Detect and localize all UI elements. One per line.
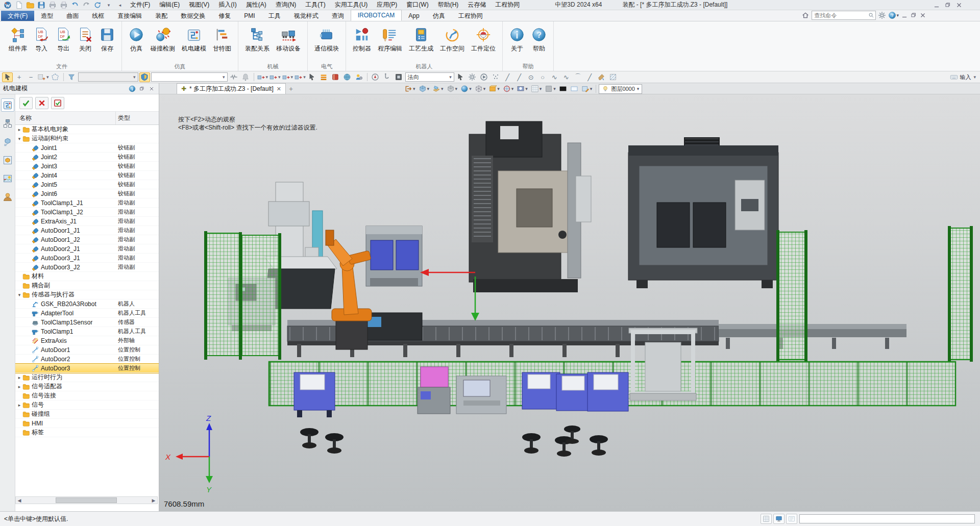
help-icon[interactable]: ▾	[888, 11, 899, 19]
panel-close-icon[interactable]	[148, 85, 156, 93]
tree-row[interactable]: AutoDoor3_J2滑动副	[15, 263, 159, 272]
shade-mode[interactable]: ▾	[459, 84, 473, 94]
menu-item-10[interactable]: 帮助(H)	[433, 0, 463, 10]
ribbon-button-机电建模[interactable]: 机电建模	[179, 23, 209, 53]
tree-row[interactable]: 信号连接	[15, 391, 159, 400]
document-tab-close-icon[interactable]: ✕	[277, 86, 281, 92]
minimize-button[interactable]	[931, 1, 942, 9]
tab-曲面[interactable]: 曲面	[60, 11, 85, 21]
gear-icon[interactable]	[878, 11, 886, 19]
normal-combo[interactable]: 法向▾	[405, 72, 454, 82]
grid-toggle-button[interactable]	[761, 514, 772, 524]
tab-工程协同[interactable]: 工程协同	[452, 11, 489, 21]
tree-row[interactable]: AutoDoor2位置控制	[15, 355, 159, 364]
tree-row[interactable]: ToolClamp1_J2滑动副	[15, 208, 159, 217]
ribbon-button-仿真[interactable]: 仿真	[126, 23, 146, 53]
new-document-tab-button[interactable]: ＋	[286, 84, 296, 94]
spline-tool[interactable]: ∿	[549, 72, 560, 82]
ribbon-button-控制器[interactable]: 控制器	[350, 23, 374, 53]
settings-tool[interactable]	[467, 72, 478, 82]
tree-row[interactable]: ExtraAxis_J1滑动副	[15, 217, 159, 226]
expander-icon[interactable]: ▾	[16, 292, 22, 297]
command-input-toggle[interactable]: 输入 ▾	[950, 72, 976, 82]
column-type[interactable]: 类型	[116, 114, 159, 122]
expander-icon[interactable]: ▸	[16, 127, 22, 132]
save-file[interactable]	[36, 1, 46, 10]
drag-component[interactable]	[307, 72, 317, 82]
pick-secondary[interactable]	[455, 72, 466, 82]
ribbon-button-关于[interactable]: 关于	[507, 23, 527, 53]
ribbon-button-装配关系[interactable]: 装配关系	[242, 23, 272, 53]
context-toggle[interactable]	[139, 72, 150, 82]
expander-icon[interactable]: ▸	[16, 384, 22, 389]
expander-icon[interactable]: ▸	[16, 375, 22, 380]
tab-App[interactable]: App	[402, 11, 426, 21]
dock-view-manager[interactable]	[1, 154, 14, 167]
orient-tool[interactable]	[370, 72, 381, 82]
confirm-button[interactable]	[19, 97, 33, 109]
circle-tool[interactable]: ○	[537, 72, 548, 82]
align-component-3[interactable]: ▾	[282, 72, 293, 82]
ribbon-button-甘特图[interactable]: 甘特图	[210, 23, 234, 53]
view-exit[interactable]: ▾	[403, 84, 416, 94]
bg-black-swatch[interactable]	[558, 84, 568, 94]
monitor-button[interactable]	[773, 514, 785, 524]
alarm-toggle[interactable]	[240, 72, 251, 82]
new-file[interactable]	[14, 1, 24, 10]
tree-row[interactable]: ▸基本机电对象	[15, 125, 159, 134]
tab-文件(F)[interactable]: 文件(F)	[1, 11, 34, 21]
component-stack[interactable]	[318, 72, 329, 82]
tree-row[interactable]: ToolClamp1机器人工具	[15, 327, 159, 336]
tree-row[interactable]: HMI	[15, 419, 159, 428]
qat-dropdown[interactable]: ▾	[104, 1, 114, 10]
panel-info-icon[interactable]	[128, 85, 136, 93]
tree-row[interactable]: 材料	[15, 272, 159, 281]
tree-row[interactable]: Joint3铰链副	[15, 162, 159, 171]
qat-collapse[interactable]: ◂	[115, 1, 125, 10]
dock-image[interactable]	[1, 172, 14, 185]
open-file[interactable]	[25, 1, 35, 10]
browser-tool[interactable]	[342, 72, 353, 82]
menu-item-7[interactable]: 实用工具(U)	[330, 0, 373, 10]
menu-item-3[interactable]: 插入(I)	[214, 0, 241, 10]
ribbon-button-工件定位[interactable]: 工件定位	[469, 23, 498, 53]
ribbon-button-导入[interactable]: 导入	[31, 23, 52, 53]
filter-tool[interactable]	[66, 72, 77, 82]
dock-mechatronics[interactable]	[1, 98, 14, 112]
layer-combo[interactable]: 图层0000▾	[599, 84, 642, 94]
line-tool-3[interactable]: ╱	[584, 72, 595, 82]
pick-region[interactable]	[50, 72, 61, 82]
ribbon-button-碰撞检测[interactable]: 碰撞检测	[148, 23, 178, 53]
ribbon-button-导出[interactable]: 导出	[53, 23, 74, 53]
dock-assembly-tree[interactable]	[1, 117, 14, 130]
tree-row[interactable]: AutoDoor3_J1滑动副	[15, 254, 159, 263]
viewport-canvas[interactable]: Z X Y 按下<F2>动态的观察 <F8>或者<Shift-roll> 查找下…	[159, 94, 980, 511]
view-cube[interactable]: ▾	[418, 84, 431, 94]
tree-row[interactable]: 标签	[15, 428, 159, 437]
tree-row[interactable]: Joint6铰链副	[15, 189, 159, 198]
app-logo[interactable]	[3, 1, 13, 10]
tab-视觉样式[interactable]: 视觉样式	[287, 11, 325, 21]
line-tool[interactable]: ╱	[502, 72, 513, 82]
constraint-toggle[interactable]	[229, 72, 239, 82]
expander-icon[interactable]: ▸	[16, 403, 22, 408]
regen[interactable]	[92, 1, 103, 10]
visual-style[interactable]: ▾	[516, 84, 529, 94]
tab-查询[interactable]: 查询	[325, 11, 351, 21]
tree-row[interactable]: AutoDoor1位置控制	[15, 345, 159, 355]
hatch-tool[interactable]	[608, 72, 619, 82]
display-box[interactable]: ▾	[487, 84, 501, 94]
ribbon-button-保存[interactable]: 保存	[97, 23, 117, 53]
tree-row[interactable]: ▾运动副和约束	[15, 134, 159, 143]
ribbon-button-关闭[interactable]: 关闭	[75, 23, 95, 53]
ribbon-button-程序编辑[interactable]: 程序编辑	[375, 23, 405, 53]
list-button[interactable]	[786, 514, 797, 524]
tab-线框[interactable]: 线框	[85, 11, 111, 21]
session-tool[interactable]	[354, 72, 364, 82]
line-tool-2[interactable]: ╱	[514, 72, 525, 82]
target-combo[interactable]: ▾	[151, 72, 228, 82]
tab-数据交换[interactable]: 数据交换	[174, 11, 212, 21]
menu-item-9[interactable]: 窗口(W)	[402, 0, 433, 10]
tree-row[interactable]: AutoDoor1_J2滑动副	[15, 235, 159, 244]
tab-仿真[interactable]: 仿真	[426, 11, 452, 21]
